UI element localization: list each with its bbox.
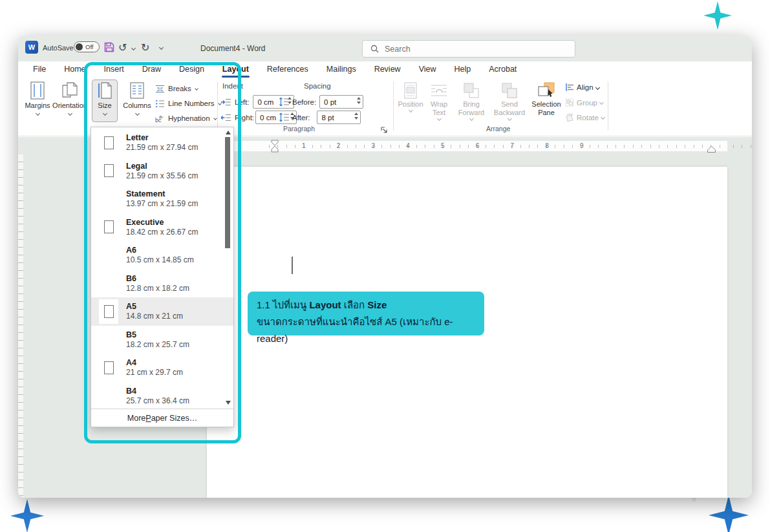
paper-size-option[interactable]: A4 21 cm x 29.7 cm xyxy=(91,354,233,382)
paper-size-dims: 10.5 cm x 14.85 cm xyxy=(126,255,194,264)
scroll-up-icon[interactable] xyxy=(226,131,231,134)
ruler-number: 4 xyxy=(390,141,425,151)
paper-size-dims: 18.42 cm x 26.67 cm xyxy=(126,228,198,237)
undo-button[interactable]: ↺ xyxy=(118,40,127,56)
search-icon xyxy=(370,45,379,53)
indent-section-label: Indent xyxy=(222,82,243,90)
chevron-down-icon xyxy=(213,116,217,120)
ribbon-tab[interactable]: Acrobat xyxy=(482,61,524,78)
paper-size-option[interactable]: Executive 18.42 cm x 26.67 cm xyxy=(91,213,233,242)
paper-size-list: Letter 21.59 cm x 27.94 cm Legal 21.59 c… xyxy=(91,129,233,410)
paper-size-option[interactable]: A5 14.8 cm x 21 cm xyxy=(91,297,233,326)
undo-chevron-icon[interactable] xyxy=(131,46,136,50)
paper-size-option[interactable]: A6 10.5 cm x 14.85 cm xyxy=(91,241,233,270)
ribbon-tab[interactable]: Insert xyxy=(97,61,131,78)
scroll-down-icon[interactable] xyxy=(226,401,231,405)
stepper-icons[interactable] xyxy=(357,97,361,104)
line-numbers-button[interactable]: Line Numbers xyxy=(155,97,221,110)
wrap-text-icon xyxy=(431,81,447,100)
word-app-icon: W xyxy=(25,41,38,54)
ruler-ticks-margin xyxy=(729,145,752,148)
chevron-down-icon xyxy=(507,116,511,121)
breaks-button[interactable]: Breaks xyxy=(155,82,198,95)
ribbon-tab[interactable]: Mailings xyxy=(319,61,363,78)
sparkle-icon xyxy=(703,1,732,30)
ruler-number: 8 xyxy=(529,141,564,151)
paper-size-option[interactable]: B6 12.8 cm x 18.2 cm xyxy=(91,270,233,298)
paper-size-name: A5 xyxy=(126,302,183,311)
spacing-after-input[interactable]: 8 pt xyxy=(317,111,361,124)
paper-size-option[interactable]: B4 25.7 cm x 36.4 cm xyxy=(91,382,233,410)
annotation-line-1: 1.1 ไปที่เมนู Layout เลือก Size xyxy=(257,297,475,314)
paper-size-icon xyxy=(99,327,118,352)
indent-left-icon xyxy=(221,98,231,106)
paper-size-option[interactable]: Statement 13.97 cm x 21.59 cm xyxy=(91,185,233,213)
paper-size-dims: 25.7 cm x 36.4 cm xyxy=(126,396,189,405)
indent-right-icon xyxy=(221,114,231,122)
ruler-number: 2 xyxy=(321,141,356,151)
ribbon-tab[interactable]: Help xyxy=(447,61,478,78)
right-indent-marker-icon[interactable] xyxy=(707,146,716,153)
spacing-after-row: After: 8 pt xyxy=(279,111,361,124)
columns-button[interactable]: Columns xyxy=(122,80,153,122)
rotate-button: Rotate xyxy=(565,113,604,122)
spacing-section-label: Spacing xyxy=(304,82,331,90)
hyphenation-button[interactable]: bca- Hyphenation xyxy=(155,112,217,125)
save-icon[interactable] xyxy=(104,42,114,52)
paper-size-icon xyxy=(99,383,118,408)
group-button: Group xyxy=(565,98,603,107)
ribbon-tab[interactable]: Layout xyxy=(215,61,256,78)
stepper-icons[interactable] xyxy=(354,112,358,120)
paper-size-name: Statement xyxy=(126,189,198,198)
sparkle-dot xyxy=(692,497,696,502)
spacing-before-input[interactable]: 0 pt xyxy=(319,95,363,109)
paper-size-dims: 21.59 cm x 35.56 cm xyxy=(126,171,198,180)
selection-pane-button[interactable]: Selection Pane xyxy=(529,81,564,117)
paper-size-name: A6 xyxy=(126,246,194,255)
paper-size-option[interactable]: B5 18.2 cm x 25.7 cm xyxy=(91,326,233,354)
spacing-after-icon xyxy=(279,113,289,122)
chevron-down-icon xyxy=(35,111,39,116)
chevron-down-icon xyxy=(134,111,139,116)
scroll-thumb[interactable] xyxy=(225,137,230,248)
chevron-down-icon xyxy=(102,111,107,116)
ribbon-tab[interactable]: Home xyxy=(57,61,92,78)
quick-access-options-icon[interactable] xyxy=(159,45,164,50)
group-icon xyxy=(565,98,574,107)
wrap-text-button: Wrap Text xyxy=(424,81,454,120)
ruler-number: 5 xyxy=(425,141,460,151)
margins-button[interactable]: Margins xyxy=(23,80,52,122)
ribbon-tab[interactable]: References xyxy=(260,61,315,78)
dropdown-scrollbar[interactable] xyxy=(224,129,232,406)
hyphenation-icon: bca- xyxy=(155,114,165,123)
more-paper-sizes-button[interactable]: More Paper Sizes… xyxy=(91,409,233,427)
orientation-icon xyxy=(61,80,79,101)
paper-size-option[interactable]: Letter 21.59 cm x 27.94 cm xyxy=(91,129,233,157)
paper-size-option[interactable]: Legal 21.59 cm x 35.56 cm xyxy=(91,157,233,186)
align-button[interactable]: Align xyxy=(565,83,599,91)
autosave-toggle[interactable]: Off xyxy=(74,41,100,52)
autosave-label: AutoSave xyxy=(43,44,74,52)
ribbon-tab[interactable]: Draw xyxy=(135,61,168,78)
paper-size-name: Executive xyxy=(126,218,198,227)
chevron-down-icon xyxy=(601,115,605,120)
chevron-down-icon xyxy=(408,108,412,112)
ribbon-tab[interactable]: View xyxy=(412,61,444,78)
orientation-button[interactable]: Orientation xyxy=(53,80,87,122)
vertical-ruler xyxy=(18,154,23,498)
paper-size-name: Letter xyxy=(126,133,198,142)
ribbon-tab[interactable]: Review xyxy=(367,61,408,78)
ribbon-tab[interactable]: Design xyxy=(172,61,211,78)
title-bar: W AutoSave Off ↺ ↻ Document4 - Word xyxy=(18,36,752,61)
toggle-knob-icon xyxy=(76,43,83,50)
ribbon-tabs: File Home Insert Draw Design Layout Refe… xyxy=(21,61,524,78)
spacing-before-row: Before: 0 pt xyxy=(279,95,363,109)
size-button[interactable]: Size xyxy=(92,80,118,122)
ruler-number: 9 xyxy=(564,141,599,151)
search-box[interactable] xyxy=(362,40,575,58)
paragraph-dialog-launcher-icon[interactable] xyxy=(380,126,389,135)
redo-button[interactable]: ↻ xyxy=(141,40,149,56)
indent-markers-icon[interactable] xyxy=(271,140,279,153)
search-input[interactable] xyxy=(385,45,546,54)
ribbon-tab[interactable]: File xyxy=(26,61,53,78)
